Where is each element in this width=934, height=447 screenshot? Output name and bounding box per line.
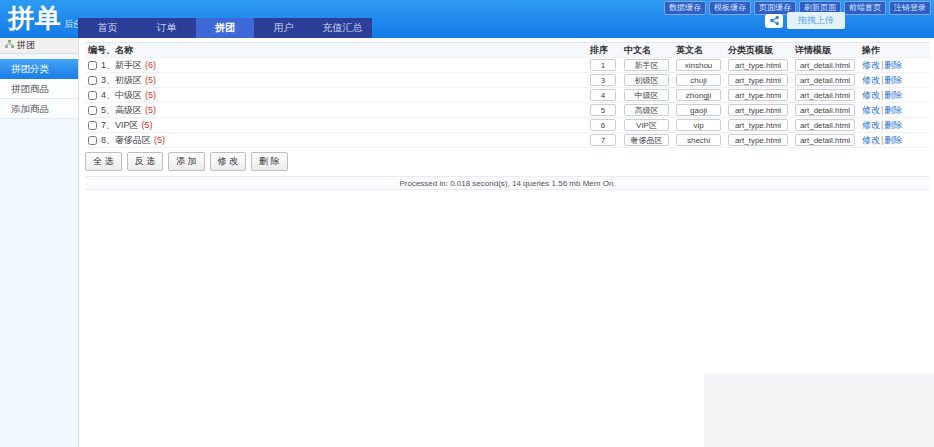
cell-sort <box>590 119 624 131</box>
invert-selection-button[interactable]: 反 选 <box>127 152 164 171</box>
sidebar-item-group-categories[interactable]: 拼团分类 <box>0 59 78 79</box>
sidebar-item-group-products[interactable]: 拼团商品 <box>0 79 78 99</box>
frontend-home-button[interactable]: 前端首页 <box>844 1 886 15</box>
cn-name-input[interactable] <box>624 89 669 101</box>
cell-detail-template <box>795 119 862 131</box>
edit-link[interactable]: 修改 <box>862 120 880 130</box>
en-name-input[interactable] <box>676 104 721 116</box>
cell-name: 4、中级区(5) <box>85 89 590 102</box>
detail-template-input[interactable] <box>795 59 855 71</box>
cell-operations: 修改|删除 <box>862 134 930 147</box>
sidebar-item-add-product[interactable]: 添加商品 <box>0 99 78 119</box>
edit-link[interactable]: 修改 <box>862 75 880 85</box>
detail-template-input[interactable] <box>795 89 855 101</box>
detail-template-input[interactable] <box>795 134 855 146</box>
data-cache-button[interactable]: 数据缓存 <box>664 1 706 15</box>
list-template-input[interactable] <box>728 119 788 131</box>
cn-name-input[interactable] <box>624 134 669 146</box>
category-count: (5) <box>145 105 156 115</box>
drag-upload-button[interactable]: 拖拽上传 <box>787 12 845 29</box>
cell-detail-template <box>795 59 862 71</box>
list-template-input[interactable] <box>728 89 788 101</box>
main-content: 编号、名称 排序 中文名 英文名 分类页模版 详情模版 操作 1、新手区(6) <box>79 38 934 447</box>
detail-template-input[interactable] <box>795 104 855 116</box>
delete-link[interactable]: 删除 <box>884 60 902 70</box>
sidebar: 拼团 拼团分类 拼团商品 添加商品 <box>0 38 79 447</box>
cell-cn-name <box>624 59 676 71</box>
logout-button[interactable]: 注销登录 <box>889 1 931 15</box>
tab-group-buy[interactable]: 拼团 <box>196 18 255 38</box>
delete-link[interactable]: 删除 <box>884 120 902 130</box>
cn-name-input[interactable] <box>624 74 669 86</box>
cn-name-input[interactable] <box>624 104 669 116</box>
en-name-input[interactable] <box>676 74 721 86</box>
category-table: 编号、名称 排序 中文名 英文名 分类页模版 详情模版 操作 1、新手区(6) <box>85 42 930 148</box>
list-template-input[interactable] <box>728 74 788 86</box>
status-bar: Processed in: 0.018 second(s), 14 querie… <box>85 176 930 190</box>
edit-button[interactable]: 修 改 <box>210 152 247 171</box>
cell-sort <box>590 134 624 146</box>
delete-button[interactable]: 删 除 <box>251 152 288 171</box>
row-checkbox[interactable] <box>88 61 97 70</box>
table-row: 5、高级区(5) 修改|删除 <box>85 103 930 118</box>
edit-link[interactable]: 修改 <box>862 60 880 70</box>
delete-link[interactable]: 删除 <box>884 75 902 85</box>
sort-input[interactable] <box>590 74 616 86</box>
select-all-button[interactable]: 全 选 <box>85 152 122 171</box>
op-separator: | <box>881 105 883 115</box>
row-checkbox[interactable] <box>88 106 97 115</box>
add-button[interactable]: 添 加 <box>168 152 205 171</box>
cell-operations: 修改|删除 <box>862 74 930 87</box>
col-header-operations: 操作 <box>862 44 930 57</box>
en-name-input[interactable] <box>676 89 721 101</box>
en-name-input[interactable] <box>676 119 721 131</box>
delete-link[interactable]: 删除 <box>884 105 902 115</box>
category-icon <box>5 40 14 51</box>
list-template-input[interactable] <box>728 104 788 116</box>
delete-link[interactable]: 删除 <box>884 90 902 100</box>
edit-link[interactable]: 修改 <box>862 135 880 145</box>
en-name-input[interactable] <box>676 134 721 146</box>
cell-en-name <box>676 104 728 116</box>
sort-input[interactable] <box>590 134 616 146</box>
row-checkbox[interactable] <box>88 121 97 130</box>
cell-operations: 修改|删除 <box>862 59 930 72</box>
row-checkbox[interactable] <box>88 76 97 85</box>
delete-link[interactable]: 删除 <box>884 135 902 145</box>
cell-list-template <box>728 74 795 86</box>
tab-users[interactable]: 用户 <box>254 18 313 38</box>
table-row: 4、中级区(5) 修改|删除 <box>85 88 930 103</box>
cn-name-input[interactable] <box>624 59 669 71</box>
tab-recharge-summary[interactable]: 充值汇总 <box>313 18 372 38</box>
sort-input[interactable] <box>590 119 616 131</box>
edit-link[interactable]: 修改 <box>862 105 880 115</box>
category-label: 3、初级区 <box>101 74 142 87</box>
sidebar-section-header: 拼团 <box>0 38 78 54</box>
cell-en-name <box>676 59 728 71</box>
cell-cn-name <box>624 134 676 146</box>
row-checkbox[interactable] <box>88 91 97 100</box>
list-template-input[interactable] <box>728 59 788 71</box>
sort-input[interactable] <box>590 89 616 101</box>
tab-home[interactable]: 首页 <box>78 18 137 38</box>
col-header-sort: 排序 <box>590 44 624 57</box>
op-separator: | <box>881 60 883 70</box>
table-header-row: 编号、名称 排序 中文名 英文名 分类页模版 详情模版 操作 <box>85 42 930 58</box>
empty-panel <box>704 373 934 447</box>
detail-template-input[interactable] <box>795 74 855 86</box>
list-template-input[interactable] <box>728 134 788 146</box>
cell-list-template <box>728 89 795 101</box>
cell-operations: 修改|删除 <box>862 119 930 132</box>
op-separator: | <box>881 135 883 145</box>
cn-name-input[interactable] <box>624 119 669 131</box>
tab-orders[interactable]: 订单 <box>137 18 196 38</box>
sort-input[interactable] <box>590 104 616 116</box>
edit-link[interactable]: 修改 <box>862 90 880 100</box>
row-checkbox[interactable] <box>88 136 97 145</box>
detail-template-input[interactable] <box>795 119 855 131</box>
cell-name: 5、高级区(5) <box>85 104 590 117</box>
share-icon[interactable] <box>765 14 783 28</box>
sort-input[interactable] <box>590 59 616 71</box>
en-name-input[interactable] <box>676 59 721 71</box>
template-cache-button[interactable]: 模板缓存 <box>709 1 751 15</box>
